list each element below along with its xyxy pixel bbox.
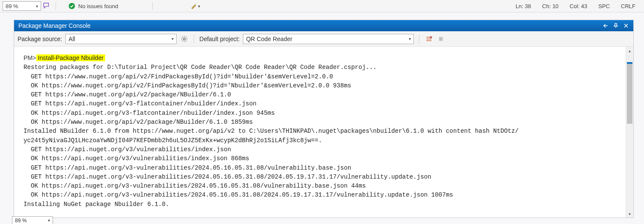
separator (419, 35, 419, 43)
gear-icon[interactable] (180, 35, 189, 43)
separator (152, 2, 153, 10)
chevron-down-icon: ▾ (171, 36, 174, 41)
editor-status-bar: 89 % ▾ No issues found ▾ Ln: 38 Ch: 10 C… (0, 0, 644, 12)
console-toolbar: Package source: All ▾ Default project: Q… (14, 31, 633, 47)
vertical-scrollbar[interactable]: ▴ ▾ (626, 47, 633, 218)
magic-wand-icon[interactable]: ▾ (190, 3, 200, 9)
window-position-icon[interactable] (603, 23, 609, 29)
no-issues-label: No issues found (78, 3, 118, 9)
package-source-combobox[interactable]: All ▾ (65, 34, 177, 44)
panel-title-text: Package Manager Console (18, 22, 91, 29)
svg-point-1 (183, 38, 185, 39)
console-output[interactable]: PM> Install-Package Nbuilder Restoring p… (14, 47, 626, 218)
default-project-value: QR Code Reader (246, 36, 292, 42)
zoom-combobox[interactable]: 89 % ▾ (3, 1, 41, 11)
separator (194, 35, 194, 43)
default-project-label: Default project: (199, 36, 239, 42)
svg-rect-2 (439, 37, 443, 41)
package-source-value: All (68, 36, 75, 42)
stop-icon[interactable] (437, 35, 445, 43)
check-circle-icon (68, 2, 76, 10)
caret-position-info: Ln: 38 Ch: 10 Col: 43 SPC CRLF (516, 3, 641, 9)
package-manager-console-panel: Package Manager Console Package source: … (14, 20, 634, 218)
line-indicator: Ln: 38 (516, 3, 531, 9)
panel-titlebar[interactable]: Package Manager Console (14, 20, 633, 31)
bottom-zoom-combobox[interactable]: 89 % ▾ (12, 216, 53, 224)
pin-icon[interactable] (613, 23, 619, 29)
chevron-down-icon: ▾ (36, 4, 38, 9)
close-icon[interactable] (623, 23, 629, 29)
zoom-value: 89 % (6, 3, 18, 9)
line-ending-mode: CRLF (621, 3, 635, 9)
separator (56, 2, 56, 10)
highlighted-command: Install-Package Nbuilder (36, 54, 106, 61)
scroll-thumb[interactable] (627, 64, 632, 124)
chevron-down-icon: ▾ (48, 218, 50, 223)
feedback-icon[interactable] (43, 2, 50, 10)
scroll-up-arrow[interactable]: ▴ (626, 47, 633, 54)
chevron-down-icon: ▾ (198, 4, 200, 9)
indent-mode: SPC (598, 3, 610, 9)
package-source-label: Package source: (18, 36, 62, 42)
chevron-down-icon: ▾ (409, 36, 411, 41)
clear-console-icon[interactable] (425, 35, 433, 43)
default-project-combobox[interactable]: QR Code Reader ▾ (243, 34, 414, 44)
bottom-zoom-value: 89 % (15, 218, 27, 224)
console-prompt: PM> (24, 54, 36, 61)
char-indicator: Ch: 10 (542, 3, 558, 9)
col-indicator: Col: 43 (570, 3, 587, 9)
scroll-down-arrow[interactable]: ▾ (626, 210, 633, 218)
